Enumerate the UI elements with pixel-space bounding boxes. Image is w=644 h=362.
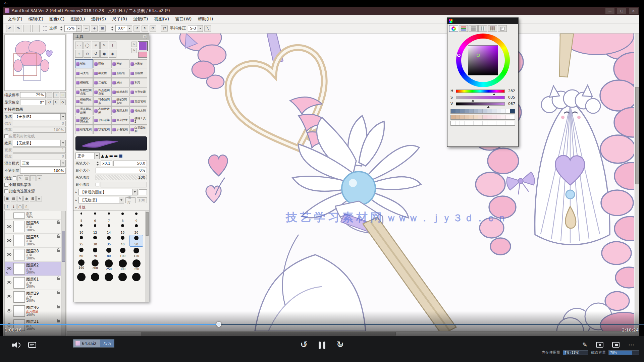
color-swatch[interactable] [478, 115, 483, 119]
color-swatch[interactable] [506, 109, 511, 113]
color-panel-titlebar[interactable] [447, 18, 518, 24]
eyedropper-tool[interactable]: ◆ [109, 50, 116, 58]
brush-31[interactable]: 水色笔刷 [111, 125, 129, 134]
brush-size-160[interactable]: 160 [74, 258, 88, 270]
brush-size-value[interactable]: 50.0 [113, 161, 147, 166]
color-swatch[interactable] [474, 115, 478, 119]
color-swatch[interactable] [492, 115, 497, 119]
brush-26[interactable]: 形状渐染 [93, 116, 111, 125]
brush-size-8[interactable]: 8 [116, 212, 129, 223]
brush-10[interactable]: 二值笔 [93, 78, 111, 87]
hue-marker[interactable] [493, 93, 495, 95]
lock-checkbox[interactable] [13, 176, 16, 180]
brush-16[interactable]: 变形笔刷 [129, 87, 147, 97]
brush-27[interactable]: 血迹效果 [111, 116, 129, 125]
minimize-button[interactable]: — [605, 8, 614, 14]
nav-zoom-reset-button[interactable]: ⊞ [60, 92, 66, 98]
menu-item-2[interactable]: 编辑(E) [25, 15, 46, 23]
color-swatch[interactable] [465, 115, 469, 119]
brush-texture-combo[interactable]: 【无纹理】 [78, 197, 124, 203]
color-swatch[interactable] [469, 121, 474, 125]
visibility-toggle[interactable] [6, 309, 12, 312]
color-swatch[interactable] [506, 121, 511, 125]
brush-size-5[interactable]: 5 [74, 212, 88, 223]
brush-7[interactable]: 选区笔 [111, 69, 129, 78]
primary-color-swatch[interactable] [138, 42, 147, 51]
brush-size-35[interactable]: 35 [102, 235, 116, 247]
menu-item-3[interactable]: 图像(C) [46, 15, 67, 23]
brush-size-200[interactable]: 200 [88, 258, 102, 270]
rect-select-tool[interactable]: ▭ [75, 42, 83, 49]
layer-row-图层28[interactable]: 图层28正常100% [5, 248, 61, 262]
menu-item-7[interactable]: 滤镜(T) [130, 15, 151, 23]
brush-17[interactable]: 模糊网点笔 [75, 97, 93, 106]
visibility-toggle[interactable] [6, 239, 12, 242]
brush-1[interactable]: 铅笔 [75, 59, 93, 68]
layer-row-top-partial[interactable]: 正常78% [5, 211, 61, 220]
hue-track[interactable] [456, 89, 505, 93]
color-swatch[interactable] [455, 121, 460, 125]
pointer-icon[interactable]: ↖ [131, 42, 137, 47]
color-swatch[interactable] [465, 121, 469, 125]
angle-combo[interactable]: 0.0° [115, 25, 132, 32]
brush-size-extra-1[interactable] [74, 270, 88, 282]
move-layer-down-button[interactable]: ↓ [11, 204, 16, 209]
zoom-in-button[interactable]: + [91, 25, 98, 32]
brush-32[interactable]: 白墨豪笔刷 [129, 125, 147, 134]
brush-size-25[interactable]: 25 [74, 235, 88, 247]
texture-expand-icon[interactable]: ▸ [75, 198, 77, 202]
brush-21[interactable]: 黑点网点效果 [75, 106, 93, 115]
brush-size-100[interactable]: 100 [116, 247, 129, 258]
mini-player-icon[interactable] [612, 342, 620, 348]
color-swatch[interactable] [451, 115, 455, 119]
brush-size-extra-5[interactable] [129, 270, 143, 282]
zoom-tool[interactable]: ⊙ [84, 50, 91, 58]
redo-button[interactable]: ↷ [15, 25, 22, 32]
brush-tip-shape-5[interactable]: ■ [119, 154, 122, 158]
brush-blend-combo[interactable]: 正常 [75, 153, 100, 159]
delete-layer-button[interactable]: ▯ [23, 204, 29, 209]
line-tool-button[interactable]: ╲ [204, 25, 211, 32]
draw-mode-button[interactable]: ✎ [17, 196, 23, 201]
navigator[interactable] [4, 35, 66, 91]
brush-size-12[interactable]: 12 [88, 223, 102, 235]
color-swatch[interactable] [460, 115, 465, 119]
menu-item-10[interactable]: 帮助(H) [195, 15, 216, 23]
color-swatch[interactable] [487, 121, 492, 125]
nav-angle-value[interactable]: 0° [20, 100, 46, 105]
brush-size-7[interactable]: 7 [102, 212, 116, 223]
brush-size-extra-3[interactable] [102, 270, 116, 282]
settings-button[interactable]: ≡ [36, 196, 42, 201]
color-wheel[interactable] [456, 34, 510, 87]
menu-item-9[interactable]: 窗口(W) [172, 15, 195, 23]
color-swatch[interactable] [496, 115, 501, 119]
brush-24[interactable]: 模糊水彩 [129, 106, 147, 115]
clipping-mask-checkbox[interactable] [4, 183, 8, 187]
rewind-10-button[interactable]: ↺ 10 [299, 339, 309, 350]
brush-size-250[interactable]: 250 [102, 258, 116, 270]
sat-marker[interactable] [472, 100, 474, 102]
zoom-spinner[interactable] [59, 26, 63, 31]
color-swatch[interactable] [492, 121, 497, 125]
new-folder-button[interactable]: ▤ [11, 196, 16, 201]
brush-18[interactable]: 可叠加网点 [93, 97, 111, 106]
brush-size-60[interactable]: 60 [74, 247, 88, 258]
pen-cursor-icon[interactable]: ✎ [131, 48, 137, 53]
density-slider[interactable]: 100 [96, 175, 147, 180]
brush-size-300[interactable]: 300 [116, 258, 129, 270]
text-tool[interactable]: T [109, 42, 116, 49]
color-swatch[interactable] [501, 121, 506, 125]
brush-size-unit[interactable]: x0.1 [101, 161, 112, 166]
others-section-header[interactable]: ▸ 其他 [73, 204, 149, 210]
color-swatch[interactable] [451, 109, 455, 113]
texture-combo[interactable]: 【无质感】 [13, 113, 66, 120]
brush-11[interactable]: 涂抹 [111, 78, 129, 87]
visibility-toggle[interactable] [6, 267, 12, 270]
opacity-value[interactable]: 100% [20, 168, 66, 174]
color-swatch[interactable] [496, 121, 501, 125]
color-swatch[interactable] [506, 115, 511, 119]
brush-tip-shape-2[interactable]: ▲ [105, 154, 108, 158]
brush-size-extra-2[interactable] [88, 270, 102, 282]
lasso-tool[interactable]: ◯ [84, 42, 91, 49]
horizontal-scrollbar[interactable] [67, 331, 635, 336]
